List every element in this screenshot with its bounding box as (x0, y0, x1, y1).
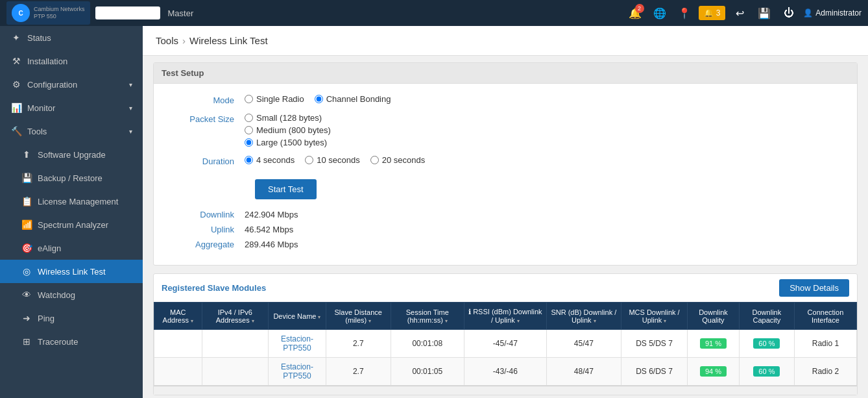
aggregate-row: Aggregate 289.446 Mbps (167, 240, 844, 249)
downlink-row: Downlink 242.904 Mbps (167, 210, 844, 219)
logo-icon: C (12, 4, 30, 22)
master-label: Master (168, 8, 194, 18)
backup-icon: 💾 (21, 173, 32, 183)
duration-10s-label: 10 seconds (317, 155, 360, 165)
table-scrollbar[interactable] (154, 386, 857, 395)
col-ipv4: IPv4 / IPv6 Addresses▾ (202, 303, 268, 330)
cell-mac (154, 358, 202, 386)
alarm-button[interactable]: 🔔 3 (699, 6, 726, 20)
cell-device-name: Estacion-PTP550 (268, 358, 326, 386)
spectrum-icon: 📶 (21, 219, 32, 230)
duration-4s-input[interactable] (245, 156, 253, 164)
chevron-down-icon: ▾ (129, 105, 132, 112)
duration-row: Duration 4 seconds 10 seconds (167, 155, 844, 166)
undo-button[interactable]: ↩ (729, 3, 750, 23)
breadcrumb-parent: Tools (156, 35, 178, 46)
logo: C Cambium Networks PTP 550 (6, 1, 90, 25)
power-button[interactable]: ⏻ (778, 3, 799, 23)
mode-single-radio[interactable]: Single Radio (245, 94, 304, 104)
sidebar-item-label: License Management (38, 197, 118, 206)
aggregate-value: 289.446 Mbps (245, 240, 298, 249)
watchdog-icon: 👁 (21, 290, 32, 300)
cell-device-name: Estacion-PTP550 (268, 330, 326, 358)
packet-small-input[interactable] (245, 114, 253, 122)
packet-small[interactable]: Small (128 bytes) (245, 113, 331, 123)
sidebar-item-label: Installation (27, 56, 67, 66)
sidebar-item-monitor[interactable]: 📊 Monitor ▾ (0, 96, 143, 119)
device-input[interactable] (95, 6, 160, 19)
packet-medium-label: Medium (800 bytes) (256, 125, 331, 135)
mode-channel-bonding-label: Channel Bonding (326, 94, 391, 104)
duration-4s-label: 4 seconds (256, 155, 295, 165)
duration-20s[interactable]: 20 seconds (370, 155, 426, 165)
uplink-label: Uplink (167, 225, 245, 234)
mode-single-radio-label: Single Radio (256, 94, 304, 104)
breadcrumb-current: Wireless Link Test (189, 35, 268, 46)
packet-size-label: Packet Size (167, 113, 245, 124)
col-device-name: Device Name▾ (268, 303, 326, 330)
cell-slave-distance: 2.7 (326, 330, 391, 358)
sidebar-item-configuration[interactable]: ⚙ Configuration ▾ (0, 73, 143, 96)
sidebar-item-label: eAlign (38, 243, 61, 253)
cell-snr: 48/47 (546, 358, 621, 386)
cell-session-time: 00:01:08 (391, 330, 464, 358)
packet-small-label: Small (128 bytes) (256, 113, 322, 123)
alert-button[interactable]: 🔔 2 (625, 3, 645, 23)
model-name: PTP 550 (34, 13, 85, 20)
mode-single-radio-input[interactable] (245, 95, 253, 103)
col-snr: SNR (dB) Downlink / Uplink▾ (546, 303, 621, 330)
duration-4s[interactable]: 4 seconds (245, 155, 295, 165)
packet-medium-input[interactable] (245, 126, 253, 134)
col-mac: MAC Address▾ (154, 303, 202, 330)
duration-20s-input[interactable] (370, 156, 379, 164)
sidebar-item-backup-restore[interactable]: 💾 Backup / Restore (0, 166, 143, 190)
show-details-button[interactable]: Show Details (779, 279, 849, 297)
logo-text: Cambium Networks PTP 550 (34, 6, 85, 20)
cell-slave-distance: 2.7 (326, 358, 391, 386)
uplink-value: 46.542 Mbps (245, 225, 293, 234)
mode-channel-bonding-input[interactable] (315, 95, 323, 103)
slave-header: Registered Slave Modules Show Details (154, 274, 857, 302)
mode-channel-bonding[interactable]: Channel Bonding (315, 94, 391, 104)
packet-large[interactable]: Large (1500 bytes) (245, 138, 331, 147)
monitor-icon: 📊 (10, 103, 22, 113)
cell-downlink-capacity: 60 % (739, 358, 794, 386)
duration-10s-input[interactable] (305, 156, 313, 164)
col-rssi: ℹ RSSI (dBm) Downlink / Uplink▾ (464, 303, 547, 330)
sidebar-item-watchdog[interactable]: 👁 Watchdog (0, 283, 143, 306)
col-connection-interface: Connection Interface (794, 303, 856, 330)
cell-connection-interface: Radio 2 (794, 358, 856, 386)
sidebar-item-label: Monitor (27, 103, 55, 113)
mode-row: Mode Single Radio Channel Bonding (167, 94, 844, 105)
save-button[interactable]: 💾 (754, 3, 775, 23)
sidebar-item-installation[interactable]: ⚒ Installation (0, 49, 143, 73)
sidebar-item-license-management[interactable]: 📋 License Management (0, 190, 143, 213)
sidebar-item-software-upgrade[interactable]: ⬆ Software Upgrade (0, 143, 143, 166)
sidebar-item-ealign[interactable]: 🎯 eAlign (0, 236, 143, 260)
cell-downlink-quality: 94 % (688, 358, 740, 386)
breadcrumb-separator: › (182, 35, 186, 46)
cell-ipv4 (202, 358, 268, 386)
company-name: Cambium Networks (34, 6, 85, 13)
sidebar-item-ping[interactable]: ➜ Ping (0, 306, 143, 330)
uplink-row: Uplink 46.542 Mbps (167, 225, 844, 234)
duration-10s[interactable]: 10 seconds (305, 155, 360, 165)
sidebar-item-wireless-link-test[interactable]: ◎ Wireless Link Test (0, 260, 143, 283)
col-downlink-quality: Downlink Quality (688, 303, 740, 330)
location-button[interactable]: 📍 (674, 3, 695, 23)
table-row: Estacion-PTP550 2.7 00:01:08 -45/-47 45/… (154, 330, 857, 358)
sidebar-item-status[interactable]: ✦ Status (0, 26, 143, 49)
slave-modules-card: Registered Slave Modules Show Details MA… (153, 273, 858, 395)
sidebar-item-tools[interactable]: 🔨 Tools ▾ (0, 119, 143, 143)
alert-badge: 2 (635, 4, 644, 13)
sidebar-item-label: Tools (27, 127, 47, 136)
sidebar-item-traceroute[interactable]: ⊞ Traceroute (0, 330, 143, 353)
sidebar-item-spectrum-analyzer[interactable]: 📶 Spectrum Analyzer (0, 213, 143, 236)
mode-options: Single Radio Channel Bonding (245, 94, 391, 104)
globe-button[interactable]: 🌐 (649, 3, 670, 23)
start-test-button[interactable]: Start Test (255, 179, 317, 199)
cell-session-time: 00:01:05 (391, 358, 464, 386)
packet-large-input[interactable] (245, 138, 253, 147)
duration-options: 4 seconds 10 seconds 20 seconds (245, 155, 425, 165)
packet-medium[interactable]: Medium (800 bytes) (245, 125, 331, 135)
